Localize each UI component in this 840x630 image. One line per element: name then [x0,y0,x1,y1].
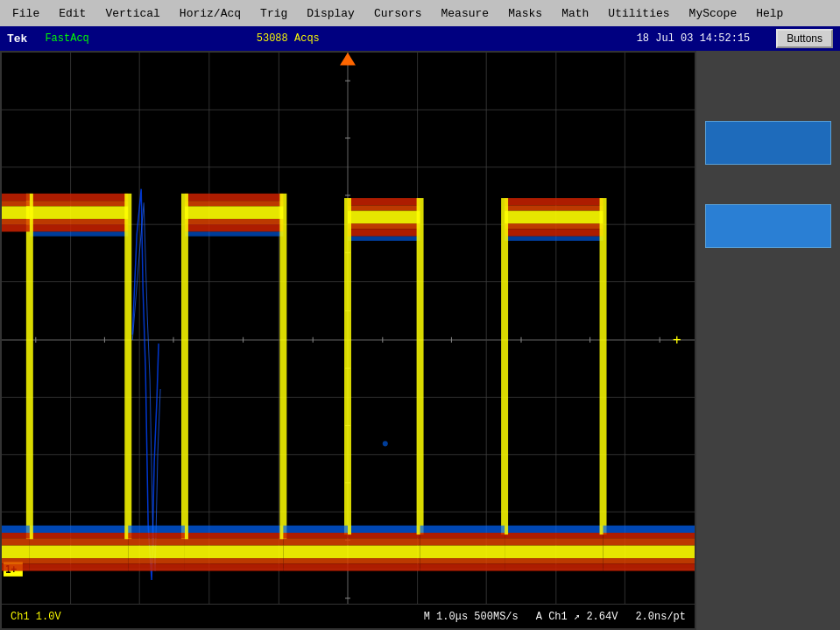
svg-rect-79 [348,538,420,545]
svg-rect-96 [505,558,603,563]
svg-rect-84 [417,198,424,534]
svg-rect-105 [2,563,30,570]
panel-button-2[interactable] [705,204,831,248]
svg-rect-94 [505,538,603,545]
svg-rect-90 [505,229,603,236]
svg-rect-59 [185,206,283,219]
svg-rect-80 [348,546,420,559]
menu-trig[interactable]: Trig [251,5,296,22]
mode-label: FastAcq [45,32,88,45]
svg-rect-133 [2,219,30,224]
svg-rect-88 [505,211,603,224]
svg-rect-46 [30,219,128,224]
menu-cursors[interactable]: Cursors [365,5,431,22]
menu-utilities[interactable]: Utilities [599,5,678,22]
svg-rect-107 [128,533,185,538]
svg-rect-117 [283,563,348,570]
svg-rect-43 [30,194,128,201]
scope-grid: + 1+ [2,53,695,628]
menu-edit[interactable]: Edit [50,5,95,22]
svg-rect-110 [128,558,185,563]
svg-rect-92 [505,526,603,533]
menu-masks[interactable]: Masks [499,5,551,22]
svg-rect-62 [185,231,283,236]
svg-rect-81 [348,558,420,563]
buttons-button[interactable]: Buttons [776,29,833,48]
menu-display[interactable]: Display [298,5,364,22]
svg-rect-53 [30,558,128,563]
svg-rect-77 [348,526,420,533]
svg-rect-54 [30,563,128,570]
menu-horiz-acq[interactable]: Horiz/Acq [171,5,250,22]
svg-rect-112 [283,526,348,533]
datetime-label: 18 Jul 03 14:52:15 [637,32,751,45]
main-content: + 1+ [0,51,840,630]
svg-rect-76 [348,237,420,241]
svg-rect-108 [128,538,185,545]
sample-rate-info: 2.0ns/pt [635,611,686,623]
svg-rect-55 [26,194,33,539]
menu-measure[interactable]: Measure [433,5,498,22]
svg-rect-67 [185,558,283,563]
svg-rect-116 [283,558,348,563]
brand-label: Tek [7,32,27,46]
svg-rect-74 [348,223,420,229]
svg-rect-121 [420,546,505,559]
svg-rect-60 [185,219,283,224]
svg-rect-56 [124,194,131,539]
svg-rect-100 [2,526,30,533]
svg-rect-71 [348,198,420,205]
svg-rect-82 [348,563,420,570]
status-bar: Tek FastAcq 53088 Acqs 18 Jul 03 14:52:1… [0,26,840,51]
svg-rect-97 [505,563,603,570]
svg-rect-89 [505,223,603,229]
svg-rect-99 [600,198,607,534]
svg-rect-109 [128,546,185,559]
menu-myscope[interactable]: MyScope [681,5,746,22]
svg-rect-86 [505,198,603,205]
svg-rect-101 [2,533,30,538]
right-panel [696,51,840,630]
svg-rect-68 [185,563,283,570]
ch1-info: Ch1 1.0V [11,611,61,623]
menu-vertical[interactable]: Vertical [96,5,168,22]
svg-rect-47 [30,224,128,231]
svg-rect-134 [2,224,30,231]
svg-rect-120 [420,538,505,545]
timebase-info: M 1.0μs 500MS/s [424,611,519,623]
svg-rect-129 [604,563,695,570]
svg-rect-66 [185,546,283,559]
svg-text:+: + [673,331,681,348]
svg-rect-91 [505,237,603,241]
svg-rect-131 [2,201,30,206]
acquisitions-label: 53088 Acqs [257,32,320,45]
menu-file[interactable]: File [4,5,48,22]
trigger-info: A Ch1 ↗ 2.64V [536,610,618,623]
svg-rect-118 [420,526,505,533]
scope-screen: + 1+ [0,51,696,630]
svg-rect-124 [604,526,695,533]
svg-rect-73 [348,211,420,224]
svg-rect-102 [2,538,30,545]
svg-rect-125 [604,533,695,538]
menu-math[interactable]: Math [553,5,597,22]
svg-rect-93 [505,533,603,538]
menu-help[interactable]: Help [747,5,792,22]
svg-rect-57 [185,194,283,201]
svg-rect-52 [30,546,128,559]
svg-rect-132 [2,206,30,219]
svg-rect-122 [420,558,505,563]
svg-rect-115 [283,546,348,559]
scope-bottom-bar: Ch1 1.0V M 1.0μs 500MS/s A Ch1 ↗ 2.64V 2… [2,604,695,628]
svg-rect-130 [2,194,30,201]
svg-rect-48 [30,231,128,236]
panel-button-1[interactable] [705,121,831,165]
svg-rect-95 [505,546,603,559]
svg-rect-61 [185,224,283,231]
svg-rect-64 [185,533,283,538]
svg-rect-114 [283,538,348,545]
svg-rect-58 [185,201,283,206]
svg-rect-128 [604,558,695,563]
svg-rect-123 [420,563,505,570]
svg-rect-103 [2,546,30,559]
